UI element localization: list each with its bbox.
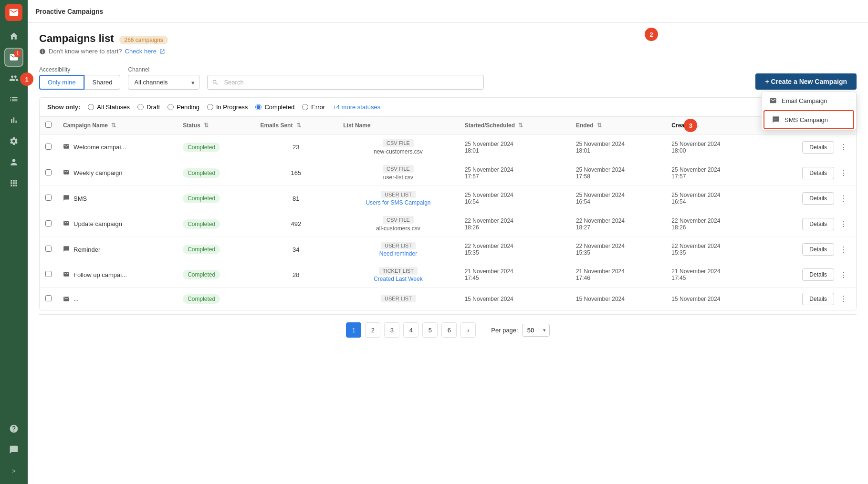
status-all[interactable]: All Statuses — [88, 103, 130, 111]
status-draft[interactable]: Draft — [137, 103, 160, 111]
status-completed-radio[interactable] — [255, 104, 261, 110]
campaign-name-cell: ... — [63, 295, 171, 302]
status-badge: Completed — [183, 143, 220, 152]
table-row: SMS Completed 81 USER LIST Users for SMS… — [40, 186, 856, 211]
search-input[interactable] — [207, 75, 484, 90]
email-icon — [63, 169, 70, 177]
list-name-text: new-customers.csv — [374, 148, 423, 155]
sidebar-item-analytics[interactable] — [4, 111, 23, 130]
sidebar-item-team[interactable] — [4, 153, 23, 172]
more-options-button[interactable]: ⋮ — [837, 192, 850, 205]
sidebar-item-apps[interactable] — [4, 174, 23, 193]
row-checkbox[interactable] — [45, 195, 52, 201]
page-4-button[interactable]: 4 — [403, 322, 418, 338]
row-checkbox[interactable] — [45, 295, 52, 301]
create-campaign-button[interactable]: + Create a New Campaign — [755, 73, 857, 90]
more-options-button[interactable]: ⋮ — [837, 141, 850, 154]
sidebar-item-chat[interactable] — [4, 440, 23, 459]
per-page-select[interactable]: 10 25 50 100 — [522, 324, 550, 337]
details-button[interactable]: Details — [802, 293, 834, 305]
details-button[interactable]: Details — [802, 167, 834, 179]
more-options-button[interactable]: ⋮ — [837, 166, 850, 179]
actions-cell: Details ⋮ — [767, 166, 850, 179]
sms-campaign-icon — [772, 116, 780, 124]
more-options-button[interactable]: ⋮ — [837, 268, 850, 281]
col-ended[interactable]: Ended ⇅ — [570, 117, 666, 134]
page-2-button[interactable]: 2 — [365, 322, 380, 338]
campaign-name-cell: Reminder — [63, 246, 171, 254]
table-header: Campaign Name ⇅ Status ⇅ Emails Sent ⇅ — [40, 117, 856, 134]
status-completed[interactable]: Completed — [255, 103, 294, 111]
status-error[interactable]: Error — [302, 103, 325, 111]
details-button[interactable]: Details — [802, 268, 834, 281]
page-title: Campaigns list — [39, 32, 114, 45]
table-row: Weekly campaign Completed 165 CSV FILE u… — [40, 160, 856, 186]
row-checkbox[interactable] — [45, 246, 52, 252]
status-completed-label: Completed — [264, 103, 294, 111]
col-emails-sent[interactable]: Emails Sent ⇅ — [254, 117, 337, 134]
list-tag: USER LIST — [381, 295, 416, 302]
details-button[interactable]: Details — [802, 243, 834, 256]
app-logo[interactable] — [5, 4, 22, 21]
status-error-radio[interactable] — [302, 104, 308, 110]
sms-icon — [63, 195, 70, 203]
col-created[interactable]: Created ↓ — [666, 117, 761, 134]
status-draft-radio[interactable] — [137, 104, 144, 110]
per-page-label: Per page: — [491, 327, 518, 334]
accessibility-filter-group: Accessibility Only mine Shared — [39, 66, 120, 90]
sms-campaign-option[interactable]: SMS Campaign — [763, 110, 854, 129]
campaign-name: Weekly campaign — [73, 169, 122, 176]
next-page-button[interactable]: › — [460, 322, 476, 338]
col-started[interactable]: Started/Scheduled ⇅ — [459, 117, 570, 134]
row-checkbox[interactable] — [45, 169, 52, 175]
page-6-button[interactable]: 6 — [441, 322, 457, 338]
sidebar-item-help[interactable] — [4, 419, 23, 438]
status-in-progress[interactable]: In Progress — [207, 103, 248, 111]
more-statuses-link[interactable]: +4 more statuses — [333, 103, 380, 111]
sidebar-item-settings[interactable] — [4, 132, 23, 151]
list-name-text: all-customers.csv — [376, 225, 420, 232]
status-in-progress-radio[interactable] — [207, 104, 213, 110]
details-button[interactable]: Details — [802, 192, 834, 205]
page-3-button[interactable]: 3 — [384, 322, 399, 338]
started-date: 25 November 202417:57 — [459, 160, 570, 186]
col-campaign-name[interactable]: Campaign Name ⇅ — [57, 117, 177, 134]
more-options-button[interactable]: ⋮ — [837, 243, 850, 256]
col-status[interactable]: Status ⇅ — [177, 117, 254, 134]
status-pending-radio[interactable] — [167, 104, 174, 110]
email-campaign-option[interactable]: Email Campaign — [762, 92, 856, 109]
col-name-sort-icon: ⇅ — [111, 122, 116, 129]
shared-button[interactable]: Shared — [84, 75, 121, 90]
status-all-radio[interactable] — [88, 104, 94, 110]
list-link[interactable]: Created Last Week — [343, 276, 453, 282]
topbar-title: Proactive Campaigns — [35, 8, 103, 15]
campaign-name-cell: Follow up campai... — [63, 271, 171, 279]
sidebar-item-home[interactable] — [4, 27, 23, 46]
campaign-name-cell: Welcome campai... — [63, 143, 171, 151]
list-link[interactable]: Need reminder — [343, 250, 453, 257]
list-name-cell: CSV FILE all-customers.csv — [337, 211, 459, 237]
details-button[interactable]: Details — [802, 218, 834, 230]
channel-select[interactable]: All channels Email SMS — [128, 75, 199, 90]
page-1-button[interactable]: 1 — [346, 322, 361, 338]
page-5-button[interactable]: 5 — [422, 322, 438, 338]
details-button[interactable]: Details — [802, 141, 834, 154]
actions-cell: Details ⋮ — [767, 141, 850, 154]
sidebar-item-lists[interactable] — [4, 90, 23, 109]
help-link[interactable]: Check here — [125, 48, 157, 55]
main-content: Proactive Campaigns 1 2 Campaigns list 2… — [28, 0, 868, 484]
row-checkbox[interactable] — [45, 271, 52, 277]
row-checkbox[interactable] — [45, 220, 52, 227]
more-options-button[interactable]: ⋮ — [837, 292, 850, 305]
sidebar-item-campaigns[interactable]: 1 — [4, 48, 23, 67]
campaign-name: SMS — [73, 195, 87, 202]
sidebar-expand-button[interactable]: > — [4, 461, 23, 480]
only-mine-button[interactable]: Only mine — [39, 75, 84, 90]
annotation-2: 2 — [645, 28, 658, 41]
select-all-checkbox[interactable] — [45, 122, 52, 128]
list-link[interactable]: Users for SMS Campaign — [343, 199, 453, 206]
campaign-name: Reminder — [73, 246, 100, 253]
status-pending[interactable]: Pending — [167, 103, 199, 111]
row-checkbox[interactable] — [45, 144, 52, 150]
more-options-button[interactable]: ⋮ — [837, 217, 850, 230]
